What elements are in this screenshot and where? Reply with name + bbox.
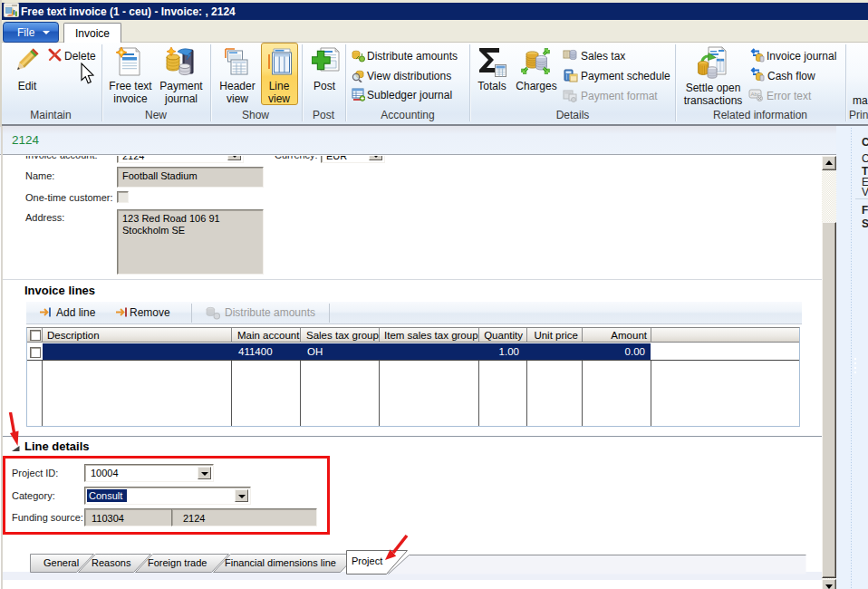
svg-text:Financial dimensions line: Financial dimensions line (225, 557, 336, 568)
svg-text:Reasons: Reasons (92, 557, 131, 568)
svg-text:Foreign trade: Foreign trade (148, 557, 207, 568)
svg-text:General: General (43, 557, 79, 568)
